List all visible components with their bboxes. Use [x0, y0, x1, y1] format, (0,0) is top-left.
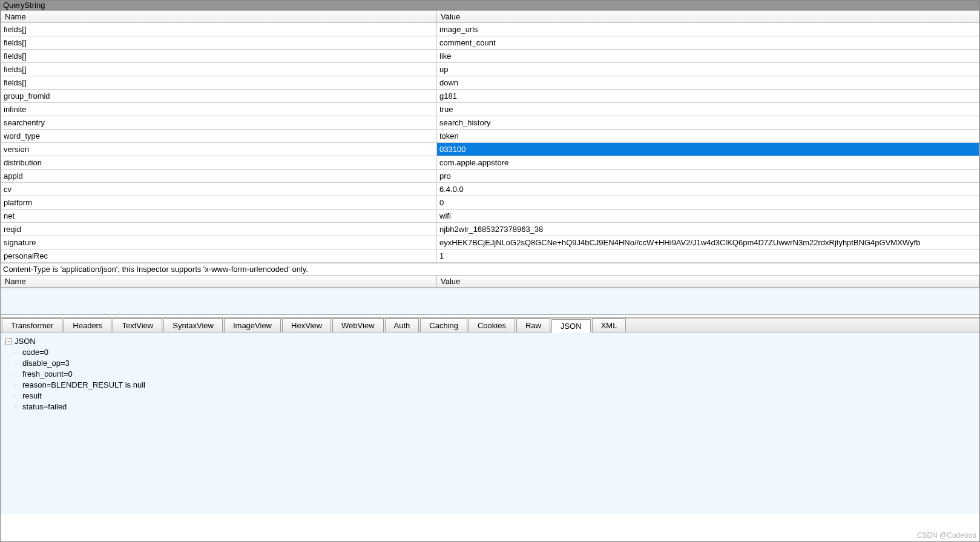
json-node-label: code=0 — [22, 347, 48, 358]
cell-value[interactable]: 033100 — [437, 143, 979, 156]
table-row[interactable]: fields[]down — [1, 76, 979, 90]
tree-connector-icon: ·· — [14, 391, 22, 402]
table-row[interactable]: cv6.4.0.0 — [1, 183, 979, 196]
cell-name[interactable]: fields[] — [1, 36, 437, 50]
cell-name[interactable]: personalRec — [1, 250, 437, 263]
cell-value[interactable]: like — [437, 50, 979, 63]
json-node[interactable]: ··fresh_count=0 — [14, 369, 975, 380]
cell-value[interactable]: true — [437, 103, 979, 116]
json-node-label: reason=BLENDER_RESULT is null — [22, 380, 145, 391]
querystring-header-row: Name Value — [1, 11, 979, 23]
table-row[interactable]: searchentrysearch_history — [1, 116, 979, 130]
cell-name[interactable]: platform — [1, 196, 437, 210]
tab-headers[interactable]: Headers — [64, 319, 111, 332]
cell-value[interactable]: 6.4.0.0 — [437, 183, 979, 196]
table-row[interactable]: signatureeyxHEK7BCjEJjNLoG2sQ8GCNe+hQ9J4… — [1, 236, 979, 250]
json-node-label: status=failed — [22, 402, 67, 412]
tab-json[interactable]: JSON — [551, 319, 591, 332]
table-row[interactable]: personalRec1 — [1, 250, 979, 263]
json-node-label: result — [22, 391, 42, 402]
table-row[interactable]: fields[]like — [1, 50, 979, 63]
cell-name[interactable]: word_type — [1, 130, 437, 143]
cell-value[interactable]: 0 — [437, 196, 979, 210]
json-node[interactable]: ··status=failed — [14, 402, 975, 412]
cell-value[interactable]: g181 — [437, 90, 979, 103]
cell-name[interactable]: group_fromid — [1, 90, 437, 103]
cell-name[interactable]: fields[] — [1, 23, 437, 36]
cell-value[interactable]: up — [437, 63, 979, 76]
cell-name[interactable]: fields[] — [1, 76, 437, 90]
json-node[interactable]: ··disable_op=3 — [14, 358, 975, 369]
cell-value[interactable]: token — [437, 130, 979, 143]
tab-auth[interactable]: Auth — [385, 319, 419, 332]
table-row[interactable]: fields[]image_urls — [1, 23, 979, 36]
cell-name[interactable]: signature — [1, 236, 437, 250]
tree-connector-icon: ·· — [14, 380, 22, 391]
collapse-icon[interactable]: − — [5, 339, 12, 345]
json-root-label: JSON — [15, 336, 36, 347]
tree-connector-icon: ·· — [14, 369, 22, 380]
table-row[interactable]: infinitetrue — [1, 103, 979, 116]
json-node-label: fresh_count=0 — [22, 369, 73, 380]
cell-value[interactable]: pro — [437, 170, 979, 183]
tab-raw[interactable]: Raw — [516, 319, 550, 332]
tab-xml[interactable]: XML — [592, 319, 626, 332]
json-node-label: disable_op=3 — [22, 358, 70, 369]
body-info-text: Content-Type is 'application/json'; this… — [1, 263, 979, 275]
tab-textview[interactable]: TextView — [113, 319, 162, 332]
table-row[interactable]: reqidnjbh2wlr_1685327378963_38 — [1, 223, 979, 236]
tree-connector-icon: ·· — [14, 402, 22, 412]
json-node[interactable]: ··result — [14, 391, 975, 402]
watermark: CSDN @Codeooo — [917, 531, 976, 540]
cell-name[interactable]: reqid — [1, 223, 437, 236]
tree-connector-icon: ·· — [14, 347, 22, 358]
body-col-header-name[interactable]: Name — [1, 276, 437, 288]
cell-value[interactable]: down — [437, 76, 979, 90]
tab-caching[interactable]: Caching — [420, 319, 467, 332]
tab-webview[interactable]: WebView — [332, 319, 383, 332]
cell-name[interactable]: distribution — [1, 156, 437, 170]
tab-cookies[interactable]: Cookies — [469, 319, 515, 332]
col-header-value[interactable]: Value — [437, 11, 979, 23]
table-row[interactable]: netwifi — [1, 210, 979, 223]
cell-value[interactable]: eyxHEK7BCjEJjNLoG2sQ8GCNe+hQ9J4bCJ9EN4HN… — [437, 236, 979, 250]
tab-hexview[interactable]: HexView — [282, 319, 331, 332]
cell-name[interactable]: fields[] — [1, 50, 437, 63]
cell-name[interactable]: net — [1, 210, 437, 223]
body-col-header-value[interactable]: Value — [437, 276, 979, 288]
table-row[interactable]: fields[]up — [1, 63, 979, 76]
table-row[interactable]: distributioncom.apple.appstore — [1, 156, 979, 170]
body-header-row: Name Value — [1, 276, 979, 288]
cell-name[interactable]: cv — [1, 183, 437, 196]
col-header-name[interactable]: Name — [1, 11, 437, 23]
tree-connector-icon: ·· — [14, 358, 22, 369]
cell-name[interactable]: searchentry — [1, 116, 437, 130]
tab-imageview[interactable]: ImageView — [224, 319, 281, 332]
tab-syntaxview[interactable]: SyntaxView — [163, 319, 223, 332]
cell-name[interactable]: infinite — [1, 103, 437, 116]
table-row[interactable]: group_fromidg181 — [1, 90, 979, 103]
cell-value[interactable]: njbh2wlr_1685327378963_38 — [437, 223, 979, 236]
json-tree-panel: − JSON ··code=0··disable_op=3··fresh_cou… — [1, 332, 979, 514]
cell-value[interactable]: com.apple.appstore — [437, 156, 979, 170]
table-row[interactable]: fields[]comment_count — [1, 36, 979, 50]
json-root-node[interactable]: − JSON — [5, 336, 975, 347]
cell-name[interactable]: version — [1, 143, 437, 156]
cell-value[interactable]: wifi — [437, 210, 979, 223]
body-table: Name Value — [1, 275, 979, 288]
querystring-table: Name Value fields[]image_urlsfields[]com… — [1, 10, 979, 263]
json-node[interactable]: ··code=0 — [14, 347, 975, 358]
table-row[interactable]: word_typetoken — [1, 130, 979, 143]
cell-value[interactable]: image_urls — [437, 23, 979, 36]
table-row[interactable]: platform0 — [1, 196, 979, 210]
table-row[interactable]: version033100 — [1, 143, 979, 156]
json-node[interactable]: ··reason=BLENDER_RESULT is null — [14, 380, 975, 391]
table-row[interactable]: appidpro — [1, 170, 979, 183]
cell-name[interactable]: appid — [1, 170, 437, 183]
cell-value[interactable]: search_history — [437, 116, 979, 130]
cell-value[interactable]: 1 — [437, 250, 979, 263]
tab-transformer[interactable]: Transformer — [2, 319, 62, 332]
response-tabs: TransformerHeadersTextViewSyntaxViewImag… — [1, 318, 979, 332]
cell-value[interactable]: comment_count — [437, 36, 979, 50]
cell-name[interactable]: fields[] — [1, 63, 437, 76]
